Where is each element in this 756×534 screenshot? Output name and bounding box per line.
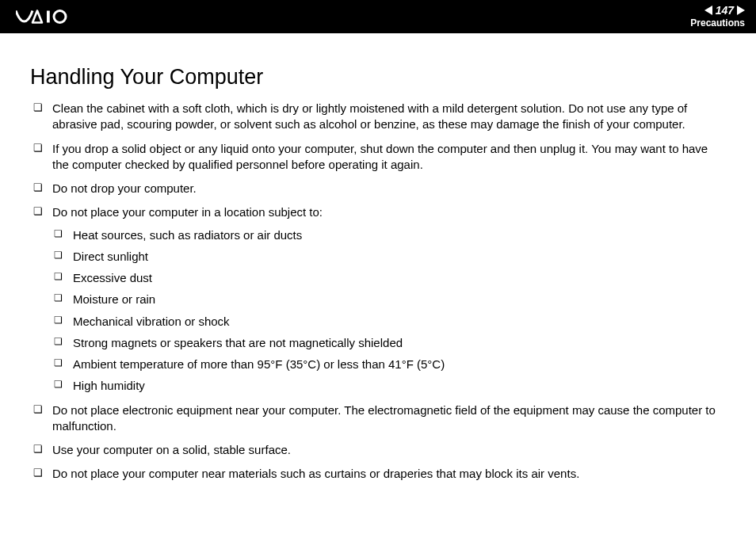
sub-list-item: Mechanical vibration or shock <box>52 314 726 330</box>
list-item: Do not place your computer near material… <box>30 466 726 482</box>
section-name: Precautions <box>690 18 745 29</box>
sub-list-item: Moisture or rain <box>52 292 726 307</box>
sub-list: Heat sources, such as radiators or air d… <box>52 227 726 395</box>
page-nav: 147 Precautions <box>690 5 745 29</box>
content-area: Handling Your Computer Clean the cabinet… <box>0 33 756 483</box>
sub-list-item: Strong magnets or speakers that are not … <box>52 335 726 351</box>
prev-page-icon[interactable] <box>704 6 712 15</box>
list-item: Do not drop your computer. <box>30 181 726 196</box>
page-number: 147 <box>716 5 734 17</box>
precaution-list: Clean the cabinet with a soft cloth, whi… <box>30 101 726 483</box>
sub-list-item: High humidity <box>52 378 726 394</box>
sub-list-item: Heat sources, such as radiators or air d… <box>52 227 726 243</box>
next-page-icon[interactable] <box>737 6 745 15</box>
list-item: Clean the cabinet with a soft cloth, whi… <box>30 101 726 133</box>
vaio-logo <box>16 9 87 25</box>
list-item: Do not place your computer in a location… <box>30 204 726 394</box>
svg-point-1 <box>54 11 66 23</box>
sub-list-item: Excessive dust <box>52 270 726 286</box>
svg-rect-0 <box>47 11 50 23</box>
sub-list-item: Direct sunlight <box>52 249 726 265</box>
list-item: Do not place electronic equipment near y… <box>30 402 726 435</box>
list-item: Use your computer on a solid, stable sur… <box>30 442 726 458</box>
list-item-text: Do not place your computer in a location… <box>52 205 323 219</box>
list-item: If you drop a solid object or any liquid… <box>30 141 726 174</box>
page-header: 147 Precautions <box>0 0 756 33</box>
sub-list-item: Ambient temperature of more than 95°F (3… <box>52 357 726 372</box>
page-title: Handling Your Computer <box>30 65 726 90</box>
